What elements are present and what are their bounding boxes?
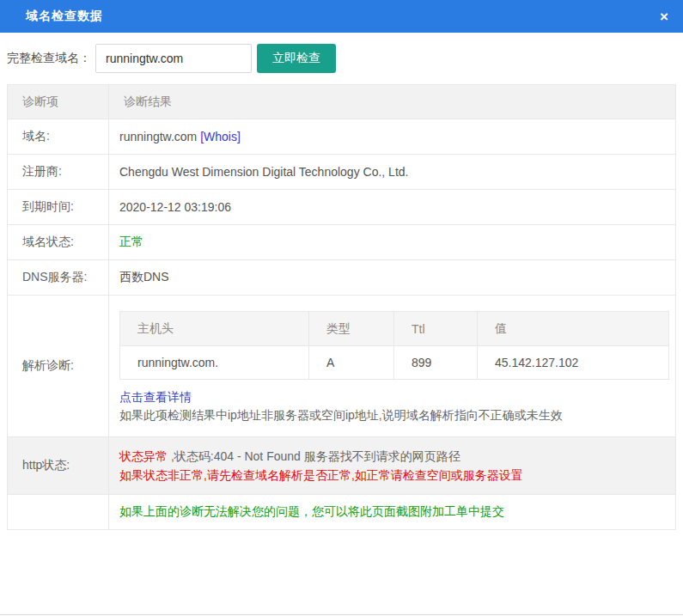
check-now-button[interactable]: 立即检查 [257, 44, 336, 73]
domain-input[interactable] [95, 44, 252, 73]
domain-check-modal: 域名检查数据 × 完整检查域名： 立即检查 诊断项 诊断结果 域名: runni… [0, 0, 683, 615]
view-details-link[interactable]: 点击查看详情 [119, 390, 192, 404]
domain-value: runningtw.com [119, 130, 197, 143]
diagnostic-table-header-row: 诊断项 诊断结果 [8, 85, 676, 119]
http-status-warning: 如果状态非正常,请先检查域名解析是否正常,如正常请检查空间或服务器设置 [119, 466, 665, 485]
table-row-registrar: 注册商: Chengdu West Dimension Digital Tech… [8, 155, 676, 190]
registrar-label: 注册商: [8, 155, 109, 190]
col-header-diagnostic-item: 诊断项 [8, 85, 109, 119]
dns-table-header-row: 主机头 类型 Ttl 值 [120, 312, 669, 346]
close-icon[interactable]: × [660, 9, 668, 24]
search-bar: 完整检查域名： 立即检查 [0, 33, 683, 84]
diagnostic-table: 诊断项 诊断结果 域名: runningtw.com [Whois] 注册商: … [7, 84, 676, 530]
domain-input-label: 完整检查域名： [7, 51, 91, 66]
modal-title: 域名检查数据 [26, 9, 103, 24]
table-row-expiry: 到期时间: 2020-12-12 03:19:06 [8, 190, 676, 225]
table-row-footer-note: 如果上面的诊断无法解决您的问题，您可以将此页面截图附加工单中提交 [8, 495, 676, 530]
dns-col-header-host: 主机头 [120, 312, 309, 346]
table-row-domain: 域名: runningtw.com [Whois] [8, 119, 676, 155]
whois-link[interactable]: [Whois] [200, 130, 241, 143]
expiry-label: 到期时间: [8, 190, 109, 225]
http-status-label: http状态: [8, 437, 109, 495]
table-row-http-status: http状态: 状态异常 ,状态码:404 - Not Found 服务器找不到… [8, 437, 676, 495]
col-header-diagnostic-result: 诊断结果 [109, 85, 676, 119]
resolution-note: 如果此项检测结果中ip地址非服务器或空间ip地址,说明域名解析指向不正确或未生效 [119, 406, 665, 424]
footer-note-text: 如果上面的诊断无法解决您的问题，您可以将此页面截图附加工单中提交 [119, 504, 504, 518]
dns-record-host: runningtw.com. [120, 346, 309, 380]
domain-status-label: 域名状态: [8, 225, 109, 260]
http-status-detail: ,状态码:404 - Not Found 服务器找不到请求的网页路径 [168, 449, 460, 463]
dns-col-header-type: 类型 [309, 312, 394, 346]
footer-note-empty-cell [8, 495, 109, 530]
table-row-dns-server: DNS服务器: 西数DNS [8, 260, 676, 296]
modal-header: 域名检查数据 × [0, 0, 683, 33]
dns-record-ttl: 899 [394, 346, 478, 380]
dns-record-value: 45.142.127.102 [478, 346, 669, 380]
dns-col-header-value: 值 [478, 312, 669, 346]
resolution-label: 解析诊断: [8, 296, 109, 437]
dns-server-label: DNS服务器: [8, 260, 109, 296]
domain-label: 域名: [8, 119, 109, 155]
expiry-value: 2020-12-12 03:19:06 [109, 190, 676, 225]
registrar-value: Chengdu West Dimension Digital Technolog… [109, 155, 676, 190]
table-row-domain-status: 域名状态: 正常 [8, 225, 676, 260]
domain-status-badge: 正常 [119, 235, 143, 248]
dns-record-row: runningtw.com. A 899 45.142.127.102 [120, 346, 669, 380]
table-row-resolution: 解析诊断: 主机头 类型 Ttl 值 [8, 296, 676, 437]
dns-records-table: 主机头 类型 Ttl 值 runningtw.com. A 899 [119, 311, 669, 380]
dns-col-header-ttl: Ttl [394, 312, 478, 346]
dns-record-type: A [309, 346, 394, 380]
http-status-badge: 状态异常 [119, 449, 168, 463]
dns-server-value: 西数DNS [109, 260, 676, 296]
